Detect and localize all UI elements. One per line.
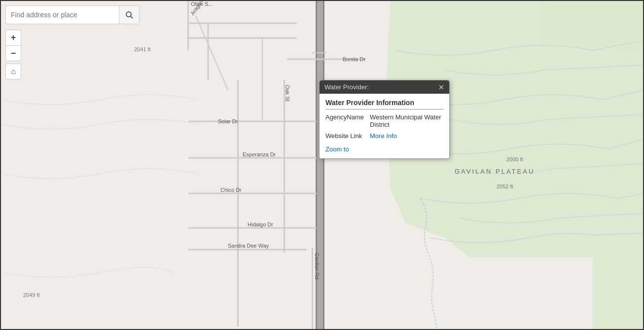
svg-rect-4	[187, 1, 189, 50]
svg-point-21	[126, 12, 131, 17]
popup-close-button[interactable]: ✕	[438, 84, 444, 91]
search-button[interactable]	[119, 5, 140, 24]
elevation-label-2: 2000 ft	[506, 156, 523, 162]
map-background: 2041 ft 2000 ft 2052 ft 2049 ft Bonita D…	[1, 1, 643, 329]
elevation-label-1: 2041 ft	[134, 46, 151, 52]
search-icon	[125, 11, 133, 19]
map-controls: + − ⌂	[5, 30, 21, 79]
zoom-to-link[interactable]: Zoom to	[325, 146, 349, 153]
zoom-to-container: Zoom to	[325, 144, 443, 153]
popup-title: Water Provider:	[324, 83, 369, 91]
road-label-sandra: Sandra Dee Way	[228, 243, 269, 249]
map-container: 2041 ft 2000 ft 2052 ft 2049 ft Bonita D…	[0, 0, 644, 330]
elevation-label-4: 2049 ft	[23, 292, 40, 298]
zoom-in-button[interactable]: +	[5, 30, 21, 45]
svg-line-22	[131, 16, 133, 18]
svg-rect-5	[284, 80, 285, 253]
popup-section-title: Water Provider Information	[325, 99, 443, 110]
search-bar	[5, 5, 140, 24]
zoom-out-button[interactable]: −	[5, 45, 21, 61]
search-input[interactable]	[5, 5, 119, 24]
road-label-bonita: Bonita Dr	[343, 56, 365, 62]
road-label-olive: Olive S...	[191, 1, 213, 7]
popup-body: Water Provider Information AgencyName We…	[320, 94, 449, 158]
popup-header: Water Provider: ✕	[320, 80, 449, 94]
svg-rect-7	[312, 248, 313, 329]
svg-rect-3	[317, 1, 323, 329]
more-info-link[interactable]: More Info	[370, 132, 397, 140]
road-label-hidalgo: Hidalgo Dr	[248, 221, 273, 227]
elevation-label-3: 2052 ft	[497, 183, 513, 189]
popup-row-website: Website Link More Info	[325, 132, 443, 140]
popup: Water Provider: ✕ Water Provider Informa…	[319, 80, 450, 159]
road-label-solar: Solar Dr	[218, 118, 238, 124]
svg-rect-1	[593, 257, 643, 329]
popup-value-agency: Western Municipal Water District	[370, 113, 443, 128]
road-label-esperanza: Esperanza Dr	[243, 151, 276, 157]
road-label-gavilan: Gavilan Rd	[314, 253, 320, 279]
popup-row-agency: AgencyName Western Municipal Water Distr…	[325, 113, 443, 128]
road-label-chico: Chico Dr	[220, 187, 242, 193]
svg-rect-6	[237, 80, 239, 327]
plateau-label: GAVILAN PLATEAU	[455, 168, 535, 175]
home-button[interactable]: ⌂	[5, 64, 21, 79]
popup-label-agency: AgencyName	[325, 113, 370, 128]
road-label-oak: Oak St	[285, 85, 290, 102]
popup-label-website: Website Link	[325, 132, 370, 140]
